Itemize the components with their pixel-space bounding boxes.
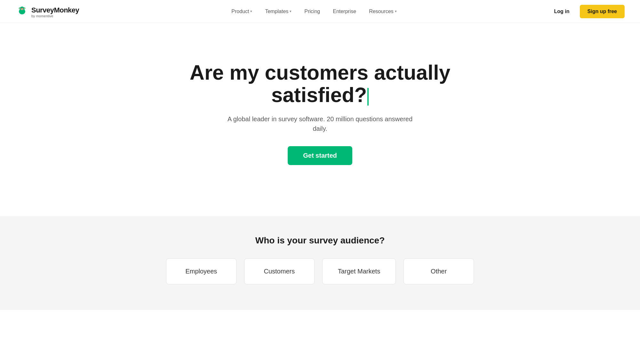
chevron-down-icon: ▾ bbox=[250, 9, 252, 13]
logo-icon bbox=[15, 5, 29, 15]
chevron-down-icon: ▾ bbox=[395, 9, 397, 13]
nav-item-resources[interactable]: Resources ▾ bbox=[364, 6, 402, 17]
hero-section: Are my customers actually satisfied? A g… bbox=[0, 23, 640, 216]
nav-item-enterprise[interactable]: Enterprise bbox=[328, 6, 361, 17]
nav-links: Product ▾ Templates ▾ Pricing Enterprise… bbox=[226, 6, 402, 17]
svg-point-7 bbox=[21, 8, 21, 8]
nav-actions: Log in Sign up free bbox=[549, 5, 625, 18]
main-nav: SurveyMonkey by momentive Product ▾ Temp… bbox=[0, 0, 640, 23]
logo-wordmark: SurveyMonkey bbox=[31, 6, 79, 14]
nav-item-templates[interactable]: Templates ▾ bbox=[260, 6, 297, 17]
audience-cards: Employees Customers Target Markets Other bbox=[144, 258, 496, 284]
cursor-blink bbox=[367, 88, 369, 105]
nav-item-pricing[interactable]: Pricing bbox=[299, 6, 325, 17]
audience-card-other[interactable]: Other bbox=[404, 258, 474, 284]
audience-card-customers[interactable]: Customers bbox=[244, 258, 315, 284]
signup-button[interactable]: Sign up free bbox=[580, 5, 625, 18]
audience-card-target-markets[interactable]: Target Markets bbox=[322, 258, 396, 284]
chevron-down-icon: ▾ bbox=[290, 9, 292, 13]
get-started-button[interactable]: Get started bbox=[288, 146, 352, 165]
audience-section: Who is your survey audience? Employees C… bbox=[0, 216, 640, 310]
svg-point-4 bbox=[19, 8, 20, 9]
nav-item-product[interactable]: Product ▾ bbox=[226, 6, 257, 17]
audience-card-employees[interactable]: Employees bbox=[166, 258, 236, 284]
audience-section-title: Who is your survey audience? bbox=[15, 235, 625, 246]
logo[interactable]: SurveyMonkey by momentive bbox=[15, 5, 79, 18]
logo-tagline: by momentive bbox=[31, 14, 53, 18]
hero-title: Are my customers actually satisfied? bbox=[176, 61, 464, 107]
login-button[interactable]: Log in bbox=[549, 6, 575, 17]
hero-subtitle: A global leader in survey software. 20 m… bbox=[224, 114, 416, 133]
svg-point-8 bbox=[22, 8, 23, 8]
svg-point-5 bbox=[24, 8, 25, 9]
